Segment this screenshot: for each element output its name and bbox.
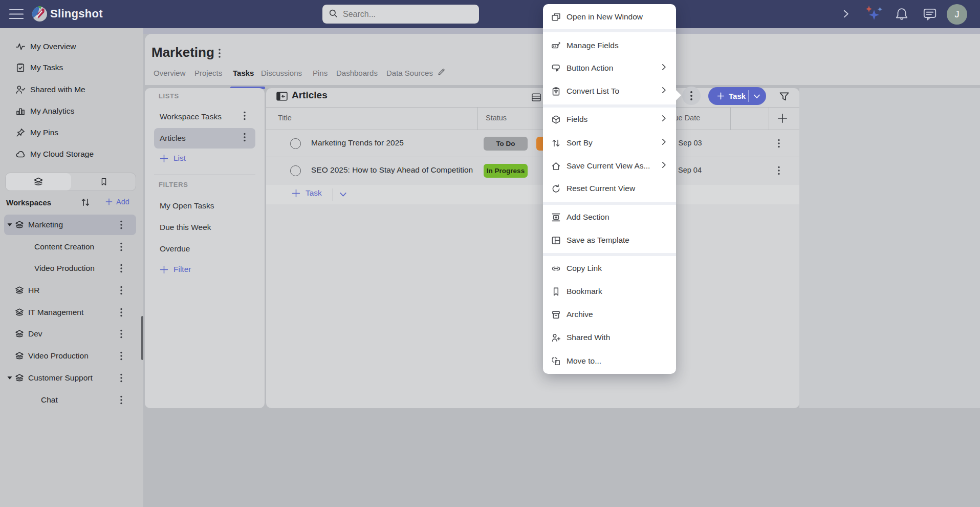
menu-item-reset-current-view[interactable]: Reset Current View — [543, 177, 676, 200]
messages-icon[interactable] — [922, 7, 938, 24]
tab-data-sources[interactable]: Data Sources — [386, 69, 433, 77]
workspace-item-it-management[interactable]: IT Management — [0, 302, 143, 323]
workspace-kebab-icon[interactable] — [118, 351, 125, 361]
list-item-workspace-tasks[interactable]: Workspace Tasks — [145, 107, 265, 127]
workspace-child-chat[interactable]: Chat — [0, 389, 143, 411]
filter-item-overdue[interactable]: Overdue — [145, 239, 265, 259]
tab-dashboards[interactable]: Dashboards — [336, 69, 378, 77]
workspace-kebab-icon[interactable] — [118, 286, 125, 295]
chevron-right-icon[interactable] — [841, 8, 851, 22]
menu-item-save-as-template[interactable]: Save as Template — [543, 229, 676, 251]
task-complete-radio[interactable] — [290, 138, 301, 149]
add-list-button[interactable]: List — [160, 154, 186, 163]
add-column-icon[interactable] — [777, 113, 788, 126]
brand-name[interactable]: Slingshot — [50, 7, 103, 20]
menu-item-save-current-view-as[interactable]: Save Current View As... — [543, 155, 676, 177]
toggle-bookmarks-tab[interactable] — [71, 173, 137, 191]
workspace-child-video-production[interactable]: Video Production — [0, 258, 143, 279]
task-complete-radio[interactable] — [290, 165, 301, 176]
toggle-workspaces-tab[interactable] — [6, 173, 71, 191]
menu-item-sort-by[interactable]: Sort By — [543, 132, 676, 154]
tab-discussions[interactable]: Discussions — [261, 69, 302, 77]
sort-workspaces-icon[interactable] — [80, 197, 91, 209]
workspace-child-content-creation[interactable]: Content Creation — [0, 236, 143, 258]
sidebar-item-my-pins[interactable]: My Pins — [0, 122, 143, 143]
column-title[interactable]: Title — [278, 114, 292, 122]
filter-item-my-open-tasks[interactable]: My Open Tasks — [145, 196, 265, 216]
workspace-item-hr[interactable]: HR — [0, 280, 143, 301]
add-task-inline-button[interactable]: Task — [292, 188, 322, 198]
divider — [154, 175, 255, 175]
column-status[interactable]: Status — [486, 114, 507, 122]
list-options-kebab-button[interactable] — [682, 87, 701, 105]
status-badge[interactable]: In Progress — [484, 164, 528, 178]
workspace-item-video-production[interactable]: Video Production — [0, 345, 143, 367]
menu-item-manage-fields[interactable]: Manage Fields — [543, 34, 676, 57]
menu-item-open-in-new-window[interactable]: Open in New Window — [543, 6, 676, 28]
sidebar-item-my-overview[interactable]: My Overview — [0, 36, 143, 57]
menu-item-archive[interactable]: Archive — [543, 303, 676, 326]
workspace-kebab-icon[interactable] — [118, 242, 125, 251]
filter-item-due-this-week[interactable]: Due this Week — [145, 217, 265, 238]
workspace-kebab-icon[interactable] — [118, 264, 125, 273]
slingshot-logo-icon[interactable] — [31, 5, 49, 25]
notifications-bell-icon[interactable] — [895, 7, 909, 24]
menu-item-button-action[interactable]: Button Action — [543, 57, 676, 79]
workspace-kebab-icon[interactable] — [118, 308, 125, 317]
add-filter-button[interactable]: Filter — [160, 265, 191, 274]
new-task-button[interactable]: Task — [708, 92, 746, 100]
workspace-item-marketing[interactable]: Marketing — [0, 214, 143, 236]
add-task-options-chevron-icon[interactable] — [339, 191, 347, 200]
task-title[interactable]: SEO 2025: How to Stay Ahead of Competiti… — [311, 165, 473, 175]
row-kebab-icon[interactable] — [778, 166, 780, 177]
menu-item-convert-list-to[interactable]: Convert List To — [543, 80, 676, 102]
tab-overview[interactable]: Overview — [154, 69, 186, 77]
list-kebab-icon[interactable] — [244, 133, 246, 144]
layers-icon — [14, 285, 25, 295]
table-column-header-row: Title Status Due Date — [266, 107, 799, 130]
menu-item-add-section[interactable]: Add Section — [543, 206, 676, 228]
tab-projects[interactable]: Projects — [194, 69, 222, 77]
menu-item-move-to[interactable]: Move to... — [543, 350, 676, 372]
global-search[interactable] — [322, 5, 479, 24]
filter-funnel-icon[interactable] — [779, 91, 790, 104]
workspace-item-customer-support[interactable]: Customer Support — [0, 367, 143, 389]
sidebar-item-my-analytics[interactable]: My Analytics — [0, 101, 143, 121]
status-badge[interactable]: To Do — [484, 137, 528, 151]
new-task-dropdown-chevron-icon[interactable] — [753, 93, 761, 102]
user-avatar[interactable]: J — [947, 4, 967, 25]
list-kebab-icon[interactable] — [244, 111, 246, 122]
table-row[interactable]: Marketing Trends for 2025 To Do Wed, Sep… — [266, 130, 799, 157]
menu-item-bookmark[interactable]: Bookmark — [543, 280, 676, 303]
workspace-kebab-icon[interactable] — [118, 329, 125, 339]
add-workspace-button[interactable]: Add — [105, 198, 129, 206]
menu-item-fields[interactable]: Fields — [543, 108, 676, 131]
workspace-item-dev[interactable]: Dev — [0, 323, 143, 345]
plus-icon — [160, 265, 168, 274]
sidebar-item-my-cloud-storage[interactable]: My Cloud Storage — [0, 144, 143, 164]
priority-badge-partial[interactable] — [536, 137, 543, 151]
edit-tabs-pencil-icon[interactable] — [437, 68, 446, 78]
tab-tasks[interactable]: Tasks — [233, 69, 254, 77]
search-input[interactable] — [343, 10, 473, 19]
hamburger-menu-icon[interactable] — [9, 8, 24, 22]
view-mode-icon[interactable] — [531, 92, 542, 104]
collapse-panel-icon[interactable] — [276, 92, 288, 103]
list-item-articles[interactable]: Articles — [145, 128, 265, 149]
plus-icon — [160, 154, 168, 163]
ai-sparkles-icon[interactable] — [863, 5, 885, 26]
page-title-kebab-icon[interactable] — [219, 48, 221, 60]
workspace-kebab-icon[interactable] — [118, 395, 125, 405]
task-title[interactable]: Marketing Trends for 2025 — [311, 138, 404, 147]
tab-pins[interactable]: Pins — [313, 69, 328, 77]
table-row[interactable]: SEO 2025: How to Stay Ahead of Competiti… — [266, 157, 799, 184]
layers-icon — [33, 176, 44, 187]
new-task-split-button[interactable]: Task — [708, 87, 766, 105]
menu-item-shared-with[interactable]: Shared With — [543, 326, 676, 349]
workspace-kebab-icon[interactable] — [118, 373, 125, 383]
menu-item-copy-link[interactable]: Copy Link — [543, 257, 676, 280]
row-kebab-icon[interactable] — [778, 139, 780, 150]
workspace-kebab-icon[interactable] — [118, 220, 125, 229]
sidebar-item-my-tasks[interactable]: My Tasks — [0, 57, 143, 78]
sidebar-item-shared-with-me[interactable]: Shared with Me — [0, 79, 143, 100]
